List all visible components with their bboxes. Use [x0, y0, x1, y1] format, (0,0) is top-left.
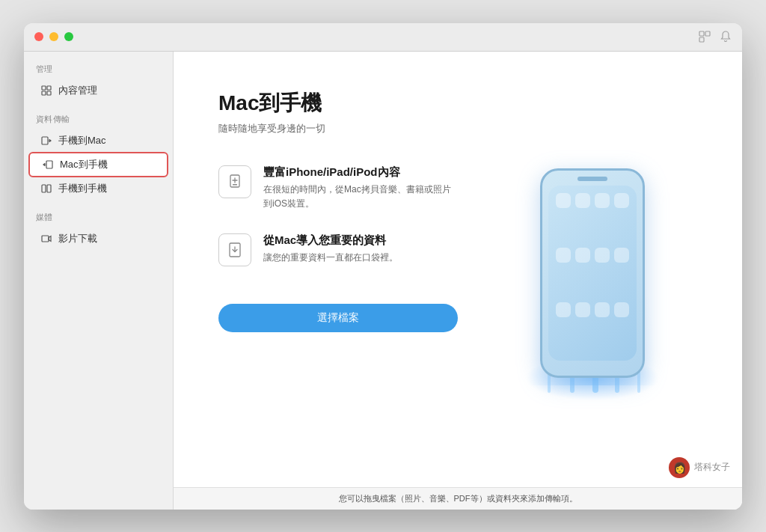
sidebar-item-content-manage[interactable]: 內容管理: [28, 79, 168, 102]
app-icon-7: [595, 248, 610, 263]
svg-rect-9: [42, 185, 46, 192]
feature-icon-import: [218, 233, 251, 266]
titlebar-actions: [699, 31, 732, 43]
traffic-lights: [34, 32, 73, 41]
sidebar-label-phone-to-mac: 手機到Mac: [58, 134, 106, 147]
section-title-transfer: 資料傳輸: [24, 114, 173, 129]
maximize-button[interactable]: [64, 32, 73, 41]
feature-text-import: 從Mac導入您重要的資料 讓您的重要資料一直都在口袋裡。: [263, 233, 398, 265]
svg-rect-7: [42, 137, 48, 144]
mac-to-phone-icon: [42, 159, 54, 171]
sidebar-label-video-download: 影片下載: [58, 232, 97, 245]
phone-illustration: [510, 131, 675, 415]
feature-title-enrich: 豐富iPhone/iPad/iPod內容: [263, 165, 458, 180]
app-window: 管理 內容管理 資料傳輸: [24, 23, 742, 510]
section-title-media: 媒體: [24, 212, 173, 227]
minimize-button[interactable]: [49, 32, 58, 41]
feature-desc-import: 讓您的重要資料一直都在口袋裡。: [263, 251, 398, 265]
feature-item-enrich: 豐富iPhone/iPad/iPod內容 在很短的時間內，從Mac拷貝音樂、書籍…: [218, 165, 458, 211]
app-icon-1: [556, 193, 571, 208]
page-title: Mac到手機: [218, 89, 458, 117]
status-text: 您可以拖曳檔案（照片、音樂、PDF等）或資料夾來添加傳輸項。: [339, 493, 577, 504]
feature-icon-enrich: [218, 165, 251, 198]
content-main: Mac到手機 隨時隨地享受身邊的一切: [174, 52, 742, 487]
app-icon-5: [556, 248, 571, 263]
sidebar-label-phone-to-phone: 手機到手機: [58, 182, 107, 195]
watermark-text: 塔科女子: [694, 461, 730, 474]
sidebar-item-phone-to-phone[interactable]: 手機到手機: [28, 177, 168, 200]
watermark: 👩 塔科女子: [669, 457, 730, 478]
feature-title-import: 從Mac導入您重要的資料: [263, 233, 398, 248]
svg-rect-1: [705, 31, 710, 36]
sidebar: 管理 內容管理 資料傳輸: [24, 52, 174, 510]
sidebar-section-transfer: 資料傳輸 手機到Mac: [24, 114, 173, 200]
page-subtitle: 隨時隨地享受身邊的一切: [218, 122, 458, 135]
window-icon[interactable]: [699, 31, 711, 43]
watermark-avatar: 👩: [669, 457, 690, 478]
app-icon-8: [614, 248, 629, 263]
app-icon-2: [575, 193, 590, 208]
app-icon-10: [575, 302, 590, 317]
app-icon-12: [614, 302, 629, 317]
feature-desc-enrich: 在很短的時間內，從Mac拷貝音樂、書籍或照片 到iOS裝置。: [263, 183, 458, 211]
app-icon-4: [614, 193, 629, 208]
svg-rect-2: [699, 37, 704, 42]
app-icon-3: [595, 193, 610, 208]
phone-to-phone-icon: [40, 183, 52, 195]
phone-illustration-container: [488, 89, 697, 457]
sidebar-item-phone-to-mac[interactable]: 手機到Mac: [28, 129, 168, 152]
svg-rect-0: [699, 31, 704, 36]
sidebar-section-manage: 管理 內容管理: [24, 64, 173, 102]
phone-body: [540, 168, 645, 378]
feature-list: 豐富iPhone/iPad/iPod內容 在很短的時間內，從Mac拷貝音樂、書籍…: [218, 165, 458, 266]
section-title-manage: 管理: [24, 64, 173, 79]
sidebar-section-media: 媒體 影片下載: [24, 212, 173, 250]
main-content: 管理 內容管理 資料傳輸: [24, 52, 742, 510]
svg-rect-8: [46, 161, 52, 168]
close-button[interactable]: [34, 32, 43, 41]
svg-rect-5: [42, 91, 46, 95]
status-bar: 您可以拖曳檔案（照片、音樂、PDF等）或資料夾來添加傳輸項。: [174, 487, 742, 510]
select-files-button[interactable]: 選擇檔案: [218, 304, 458, 332]
bell-icon[interactable]: [720, 31, 732, 43]
svg-rect-3: [42, 86, 46, 90]
feature-text-enrich: 豐富iPhone/iPad/iPod內容 在很短的時間內，從Mac拷貝音樂、書籍…: [263, 165, 458, 211]
titlebar: [24, 23, 742, 52]
sidebar-item-video-download[interactable]: 影片下載: [28, 227, 168, 250]
sidebar-label-content-manage: 內容管理: [58, 84, 97, 97]
phone-screen: [548, 186, 637, 361]
svg-rect-6: [47, 91, 51, 95]
svg-rect-10: [47, 185, 51, 192]
svg-rect-15: [233, 184, 237, 186]
content-area: Mac到手機 隨時隨地享受身邊的一切: [174, 52, 742, 510]
sidebar-label-mac-to-phone: Mac到手機: [60, 158, 108, 171]
phone-notch: [577, 177, 607, 181]
app-icon-11: [595, 302, 610, 317]
svg-rect-11: [42, 236, 49, 242]
video-icon: [40, 233, 52, 245]
phone-to-mac-icon: [40, 135, 52, 147]
grid-icon: [40, 85, 52, 97]
svg-rect-4: [47, 86, 51, 90]
app-icon-9: [556, 302, 571, 317]
app-icon-6: [575, 248, 590, 263]
sidebar-item-mac-to-phone[interactable]: Mac到手機: [28, 152, 168, 177]
content-left: Mac到手機 隨時隨地享受身邊的一切: [218, 89, 458, 457]
feature-item-import: 從Mac導入您重要的資料 讓您的重要資料一直都在口袋裡。: [218, 233, 458, 266]
